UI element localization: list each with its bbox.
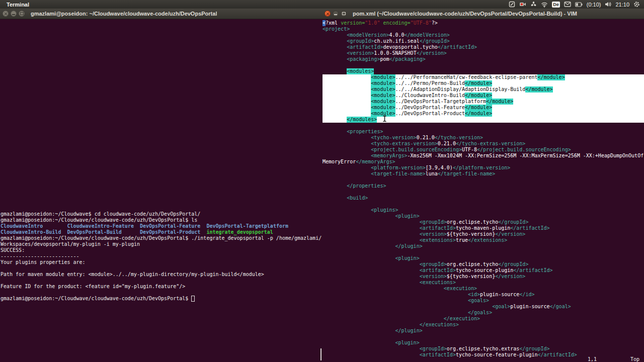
text-segment: gmazlami@poseidon:~/Cloudwave/cloudwave-…	[1, 217, 197, 223]
minimize-button[interactable]	[11, 11, 17, 17]
terminal-line: <build>	[323, 195, 644, 201]
text-segment: DevOpsPortal-Build	[67, 229, 121, 235]
terminal-line: <module>../DevOpsPortal-Feature</module>	[323, 105, 644, 111]
text-segment	[323, 213, 395, 219]
screen-record-icon[interactable]	[519, 1, 526, 8]
keyboard-layout-indicator[interactable]: De	[552, 2, 560, 8]
terminal-line: gmazlami@poseidon:~/Cloudwave/cloudwave-…	[1, 217, 322, 223]
text-segment	[323, 322, 420, 328]
selected-text	[323, 117, 347, 123]
fan-indicator-icon[interactable]	[530, 1, 537, 8]
terminal-line: --------------------------	[1, 253, 322, 259]
scrollbar-thumb[interactable]	[320, 348, 321, 360]
terminal-line	[1, 290, 322, 296]
terminal-line: <execution>	[323, 286, 644, 292]
mouse-ibeam-pointer	[382, 115, 387, 122]
selected-tag-text: <modules>	[347, 68, 374, 74]
system-tray: De (0:10) 21:10	[509, 1, 644, 8]
text-segment: </extensions>	[468, 237, 507, 243]
terminal-line: <target-file-name>luna</target-file-name…	[323, 171, 644, 177]
terminal-content[interactable]: gmazlami@poseidon:~/Cloudwave$ cd cloudw…	[0, 19, 322, 362]
terminal-line: <artifactId>tycho-maven-plugin</artifact…	[323, 225, 644, 231]
selected-text: ../CloudwaveIntro-Build	[395, 93, 465, 99]
terminal-line: <plugins>	[323, 207, 644, 213]
terminal-line: </plugin>	[323, 328, 644, 334]
text-segment: -Xms256M -Xmx1024M -XX:PermSize=256M -XX…	[408, 153, 644, 159]
terminal-line: <version>${tycho-version}</version>	[323, 274, 644, 280]
maximize-button[interactable]	[19, 11, 25, 17]
text-segment: DevOpsPortal-Targetplatform	[206, 223, 288, 229]
text-segment: </goals>	[468, 310, 492, 316]
selected-tag-text: <module>	[371, 74, 395, 80]
text-segment	[323, 68, 347, 74]
minimize-button[interactable]	[333, 11, 339, 17]
text-segment	[323, 50, 347, 56]
text-segment: </goal>	[550, 304, 571, 310]
text-segment: </execution>	[444, 316, 480, 322]
terminal-line: Path for maven module entry: <module>../…	[1, 272, 322, 278]
text-segment: <plugin>	[395, 255, 420, 261]
text-segment: DevOpsPortal-Product	[140, 229, 200, 235]
volume-icon[interactable]	[605, 2, 611, 7]
session-gear-icon[interactable]	[633, 1, 640, 8]
text-segment	[323, 255, 395, 261]
selected-text	[323, 105, 371, 111]
text-segment: ch.uzh.ifi.seal	[374, 38, 419, 44]
wifi-icon[interactable]	[541, 2, 548, 8]
mail-icon[interactable]	[564, 2, 571, 7]
text-segment: </modelVersion>	[405, 32, 450, 38]
text-segment: plugin-source	[480, 292, 519, 298]
desktop: Terminal De (0:10)	[0, 0, 644, 362]
terminal-line: <groupId>org.eclipse.tycho.extras</group…	[323, 346, 644, 352]
text-segment: org.eclipse.tycho.extras	[447, 346, 520, 352]
terminal-line: <plugin>	[323, 340, 644, 346]
text-segment: <platform-version>	[371, 165, 425, 171]
panel-app-menu[interactable]: Terminal	[7, 2, 29, 8]
text-segment: --------------------------	[1, 253, 79, 259]
terminal-line: <tycho-extras-version>0.21.0</tycho-extr…	[323, 141, 644, 147]
text-segment	[323, 231, 420, 237]
selected-text	[323, 111, 371, 117]
terminal-line: <goals>	[323, 298, 644, 304]
text-segment: <memoryArgs>	[371, 153, 407, 159]
battery-icon[interactable]	[575, 2, 583, 7]
battery-time-label: (0:10)	[587, 2, 601, 8]
terminal-line: <version>1.0.0-SNAPSHOT</version>	[323, 50, 644, 56]
text-segment: <artifactId>	[420, 225, 456, 231]
maximize-button[interactable]	[341, 11, 347, 17]
selected-text: ../../AdaptionDisplay/AdaptionDisplay-Bu…	[395, 86, 526, 93]
vim-titlebar[interactable]: pom.xml (~/Cloudwave/cloudwave-code/uzh/…	[322, 9, 644, 19]
terminal-line	[323, 177, 644, 183]
text-segment: </project.build.sourceEncoding>	[477, 147, 571, 153]
text-segment: </id>	[519, 292, 534, 298]
text-segment	[323, 292, 468, 298]
terminal-line: <groupId>org.eclipse.tycho</groupId>	[323, 219, 644, 225]
close-button[interactable]	[325, 11, 331, 17]
terminal-line: <packaging>pom</packaging>	[323, 56, 644, 62]
text-segment: 4.0.0	[389, 32, 404, 38]
text-segment	[323, 298, 468, 304]
text-segment: </version>	[495, 274, 525, 280]
text-segment	[323, 346, 420, 352]
text-segment	[323, 195, 347, 201]
close-button[interactable]	[3, 11, 9, 17]
clock-label[interactable]: 21:10	[615, 2, 629, 8]
text-segment	[61, 229, 67, 235]
selected-text	[323, 80, 371, 86]
terminal-line: <artifactId>tycho-source-plugin</artifac…	[323, 267, 644, 274]
compose-icon[interactable]	[509, 1, 515, 8]
terminal-line: <project.build.sourceEncoding>UTF-8</pro…	[323, 147, 644, 153]
terminal-line: gmazlami@poseidon:~/Cloudwave$ cd cloudw…	[1, 211, 322, 217]
text-segment: "1.0"	[365, 20, 380, 26]
vim-content[interactable]: <?xml version="1.0" encoding="UTF-8"?><p…	[322, 19, 644, 362]
terminal-line: </modules>	[323, 117, 644, 123]
terminal-output: gmazlami@poseidon:~/Cloudwave$ cd cloudw…	[1, 211, 322, 302]
text-segment: <properties>	[347, 129, 383, 135]
selected-text: ../DevOpsPortal-Targetplatform	[395, 99, 487, 105]
terminal-line: <modules>	[323, 68, 644, 74]
text-segment: </artifactId>	[438, 44, 477, 50]
terminal-line: </goals>	[323, 310, 644, 316]
text-segment: pom	[380, 56, 389, 62]
text-segment	[323, 171, 371, 177]
terminal-titlebar[interactable]: gmazlami@poseidon: ~/Cloudwave/cloudwave…	[0, 9, 322, 19]
